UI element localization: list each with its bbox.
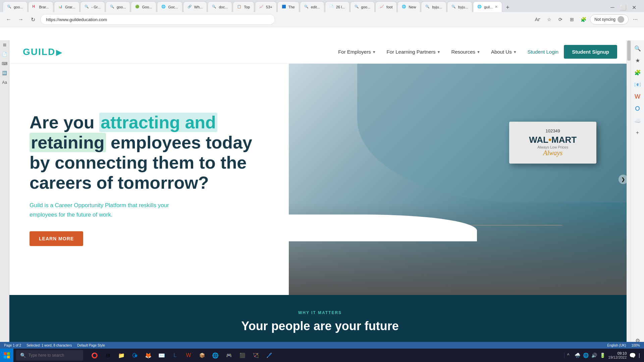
back-button[interactable]: ← — [4, 15, 13, 24]
side-extension-icon[interactable]: 🧩 — [632, 67, 643, 78]
side-favorites-icon[interactable]: ★ — [632, 55, 643, 66]
nav-for-employers[interactable]: For Employers ▼ — [338, 49, 376, 55]
new-tab-button[interactable]: + — [503, 3, 512, 12]
forward-button[interactable]: → — [16, 15, 25, 24]
tray-show-desktop[interactable]: | — [639, 353, 640, 358]
taskbar-firefox[interactable]: 🦊 — [142, 349, 154, 362]
site-logo: GUILD▶ — [23, 47, 62, 57]
tab-17[interactable]: 🌐New — [397, 1, 420, 12]
tab-6[interactable]: 🟢Goo... — [131, 1, 156, 12]
taskbar-steam[interactable]: 🎮 — [223, 349, 235, 362]
taskbar-libreoffice[interactable]: L — [169, 349, 181, 362]
tab-13[interactable]: 🔍edit... — [300, 1, 324, 12]
tab-2[interactable]: HBrar... — [28, 1, 53, 12]
tray-network[interactable]: 🌐 — [583, 353, 589, 358]
taskbar-dropbox[interactable]: 📦 — [196, 349, 208, 362]
profile-collections-icon[interactable]: 🧩 — [579, 15, 588, 24]
resources-dropdown-arrow: ▼ — [477, 50, 480, 54]
start-button[interactable] — [0, 349, 13, 362]
taskbar-cortana[interactable]: ⭕ — [89, 349, 101, 362]
tray-notifications[interactable]: 🗨️ — [629, 352, 636, 359]
tab-3[interactable]: 📊Grar... — [54, 1, 80, 12]
tray-rain[interactable]: 🌧️ — [575, 353, 580, 358]
libreoffice-status-bar: Page 1 of 2 Selected: 1 word, 8 characte… — [0, 342, 644, 349]
reload-button[interactable]: ↻ — [28, 15, 38, 24]
hero-right: 102349 WAL•MART Always Low Prices Always… — [289, 64, 631, 295]
tab-10[interactable]: 📋Top — [233, 1, 254, 12]
truck-image: 102349 WAL•MART Always Low Prices Always — [509, 122, 596, 164]
nav-about-us[interactable]: About Us ▼ — [491, 49, 517, 55]
svg-rect-3 — [7, 356, 10, 358]
lo-icon-4[interactable]: 🔤 — [0, 68, 9, 78]
status-lang: English (UK) — [607, 344, 626, 347]
side-outlook-icon[interactable]: O — [632, 103, 643, 114]
tab-9[interactable]: 🔍doc... — [208, 1, 232, 12]
address-input[interactable] — [40, 14, 275, 25]
taskbar-fileexplorer[interactable]: 📁 — [115, 349, 127, 362]
taskbar-taskview[interactable]: ⊟ — [102, 349, 114, 362]
learn-more-button[interactable]: LEARN MORE — [30, 231, 83, 246]
tray-battery[interactable]: 🔋 — [600, 353, 605, 358]
side-cloud-icon[interactable]: ☁️ — [632, 115, 643, 126]
taskbar-app-cursor[interactable]: 🖊️ — [263, 349, 275, 362]
logo-arrow: ▶ — [56, 48, 62, 57]
libreoffice-left-panel: ⊞ 📄 ⌨ 🔤 Aa — [0, 40, 9, 349]
not-syncing-button[interactable]: Not syncing — [590, 14, 629, 24]
splitscreen-icon[interactable]: ⊞ — [567, 15, 577, 24]
lo-icon-5[interactable]: Aa — [0, 78, 9, 87]
side-search-icon[interactable]: 🔍 — [632, 43, 643, 54]
tab-11[interactable]: 📈53+ — [255, 1, 277, 12]
taskbar-search-box[interactable]: 🔍 — [16, 350, 83, 361]
tab-14[interactable]: 📄26 l... — [325, 1, 350, 12]
tab-15[interactable]: 🔍goo... — [350, 1, 375, 12]
status-style: Default Page Style — [77, 344, 105, 347]
taskbar-clock[interactable]: 09:10 19/12/2022 — [608, 351, 627, 359]
favorites-icon[interactable]: ☆ — [544, 15, 554, 24]
tray-show-hidden[interactable]: ^ — [567, 353, 570, 358]
website: GUILD▶ For Employers ▼ For Learning Part… — [9, 40, 631, 349]
tab-18[interactable]: 🔍byju... — [421, 1, 446, 12]
taskbar-office[interactable]: W — [182, 349, 195, 362]
refresh-icon[interactable]: ⟳ — [556, 15, 565, 24]
nav-links: For Employers ▼ For Learning Partners ▼ … — [338, 49, 517, 55]
scrollbar-thumb[interactable] — [627, 41, 631, 61]
close-button[interactable]: ✕ — [629, 3, 639, 12]
more-menu-button[interactable]: ⋯ — [631, 15, 640, 24]
minimize-button[interactable]: ─ — [608, 3, 617, 12]
taskbar-edge2[interactable]: 🌐 — [209, 349, 221, 362]
tab-12[interactable]: 🟦The — [277, 1, 299, 12]
taskbar-app-black[interactable]: ⬛ — [236, 349, 248, 362]
maximize-button[interactable]: ⬜ — [619, 3, 628, 12]
bottom-section: WHY IT MATTERS Your people are your futu… — [9, 295, 631, 349]
side-panel: 🔍 ★ 🧩 📧 W O ☁️ + ⚙ — [631, 40, 644, 349]
student-signup-button[interactable]: Student Signup — [564, 45, 617, 59]
tab-19[interactable]: 🔍byju... — [447, 1, 472, 12]
tab-4[interactable]: 🔍- Gr... — [80, 1, 105, 12]
tab-active-guild[interactable]: 🌐guil...✕ — [473, 1, 502, 12]
side-add-icon[interactable]: + — [632, 127, 643, 138]
tab-7[interactable]: 🌐Goc... — [157, 1, 182, 12]
lo-icon-2[interactable]: 📄 — [0, 50, 9, 59]
employers-dropdown-arrow: ▼ — [372, 50, 376, 54]
taskbar-search-input[interactable] — [29, 353, 75, 358]
nav-for-learning-partners[interactable]: For Learning Partners ▼ — [387, 49, 441, 55]
tab-8[interactable]: 🔗Wh... — [183, 1, 207, 12]
side-office-icon[interactable]: W — [632, 91, 643, 102]
student-login-button[interactable]: Student Login — [528, 49, 559, 55]
taskbar-mail[interactable]: ✉️ — [156, 349, 168, 362]
nav-resources[interactable]: Resources ▼ — [451, 49, 480, 55]
windows-taskbar: 🔍 ⭕ ⊟ 📁 🦊 ✉️ L W 📦 🌐 🎮 ⬛ 🏹 🖊️ ^ 🌧️ 🌐 🔊 🔋… — [0, 349, 644, 362]
tab-16[interactable]: 📈foot — [375, 1, 397, 12]
lo-icon-3[interactable]: ⌨ — [0, 59, 9, 68]
tab-1[interactable]: 🔍goo... — [3, 1, 28, 12]
lo-icon-1[interactable]: ⊞ — [0, 40, 9, 50]
tab-5[interactable]: 🔍goo... — [106, 1, 130, 12]
taskbar-edge[interactable] — [129, 349, 141, 362]
tray-volume[interactable]: 🔊 — [591, 353, 597, 358]
system-tray: ^ — [564, 353, 572, 358]
taskbar-app-bow[interactable]: 🏹 — [250, 349, 262, 362]
scrollbar-track[interactable] — [627, 40, 631, 349]
about-us-dropdown-arrow: ▼ — [513, 50, 517, 54]
side-email-icon[interactable]: 📧 — [632, 79, 643, 90]
translate-icon[interactable]: Aᴦ — [533, 15, 542, 24]
